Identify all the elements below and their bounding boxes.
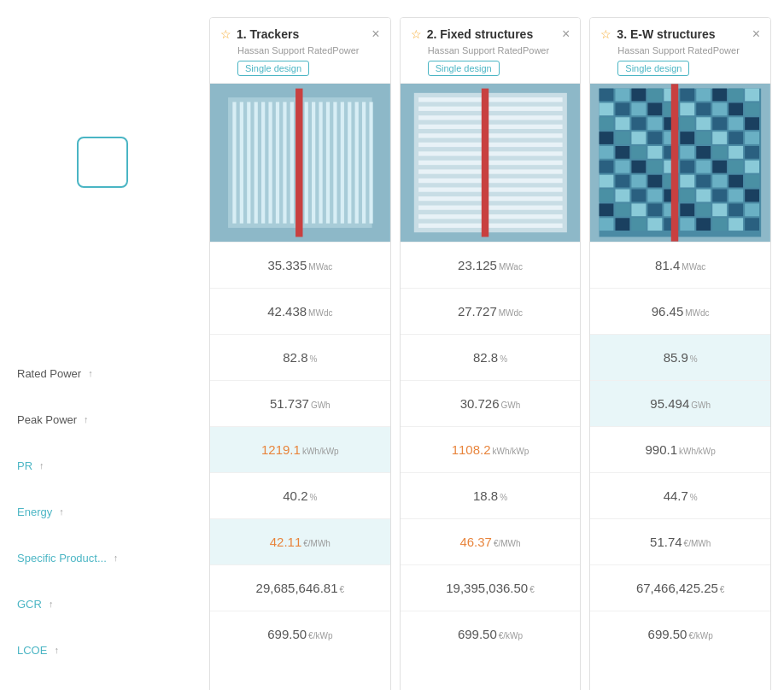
close-button-trackers[interactable]: × <box>372 26 379 42</box>
svg-rect-96 <box>648 161 663 173</box>
data-value-fixed-structures-6: 46.37 <box>459 535 492 549</box>
svg-rect-130 <box>713 203 728 216</box>
svg-rect-16 <box>333 102 336 223</box>
svg-rect-105 <box>632 175 647 188</box>
sort-arrow-pr[interactable]: ↑ <box>39 460 44 471</box>
svg-rect-34 <box>418 178 563 183</box>
star-icon-trackers[interactable]: ☆ <box>220 27 231 41</box>
svg-rect-40 <box>481 89 488 237</box>
svg-rect-70 <box>713 117 728 130</box>
svg-rect-2 <box>232 102 236 223</box>
design-column-fixed-structures: ☆2. Fixed structures×Hassan Support Rate… <box>400 17 582 690</box>
design-column-ew-structures: ☆3. E-W structures×Hassan Support RatedP… <box>589 17 771 690</box>
data-cell-trackers-8: 699.50€/kWp <box>267 627 332 641</box>
data-value-fixed-structures-7: 19,395,036.50 <box>446 581 528 595</box>
svg-rect-44 <box>616 89 630 102</box>
label-text-pr: PR <box>17 459 32 472</box>
svg-rect-126 <box>648 203 663 216</box>
svg-rect-18 <box>348 102 351 223</box>
sort-arrow-energy[interactable]: ↑ <box>59 506 64 517</box>
svg-rect-125 <box>632 203 647 216</box>
svg-rect-80 <box>713 132 728 144</box>
svg-rect-99 <box>697 161 711 173</box>
data-value-ew-structures-3: 95.494 <box>650 396 689 411</box>
svg-rect-25 <box>418 97 563 102</box>
data-cell-trackers-5: 40.2% <box>283 488 317 503</box>
label-text-gcr: GCR <box>17 598 42 611</box>
svg-rect-82 <box>746 132 760 144</box>
svg-rect-122 <box>746 190 760 202</box>
svg-rect-72 <box>746 117 760 130</box>
data-row-ew-structures-4: 990.1kWh/kWp <box>590 426 770 472</box>
single-design-badge-trackers[interactable]: Single design <box>237 61 309 76</box>
svg-rect-83 <box>600 146 614 159</box>
single-design-badge-ew-structures[interactable]: Single design <box>617 61 689 76</box>
sort-arrow-peak-power[interactable]: ↑ <box>84 414 89 424</box>
sort-arrow-rated-power[interactable]: ↑ <box>88 368 93 378</box>
data-cell-ew-structures-7: 67,466,425.25€ <box>636 581 725 595</box>
sort-arrow-specific-product[interactable]: ↑ <box>114 553 119 563</box>
data-unit-ew-structures-6: €/MWh <box>684 539 711 548</box>
data-row-fixed-structures-4: 1108.2kWh/kWp <box>401 426 581 472</box>
svg-rect-12 <box>305 102 308 223</box>
svg-rect-9 <box>283 102 286 223</box>
data-row-trackers-4: 1219.1kWh/kWp <box>210 426 390 472</box>
svg-rect-119 <box>697 190 711 202</box>
data-unit-fixed-structures-6: €/MWh <box>494 539 521 548</box>
svg-rect-20 <box>362 102 366 223</box>
star-icon-fixed-structures[interactable]: ☆ <box>411 27 422 41</box>
star-icon-ew-structures[interactable]: ☆ <box>600 27 611 41</box>
data-value-ew-structures-1: 96.45 <box>652 304 684 319</box>
svg-rect-101 <box>729 161 744 173</box>
data-unit-ew-structures-3: GWh <box>691 401 711 410</box>
data-unit-fixed-structures-7: € <box>529 585 535 594</box>
data-value-ew-structures-7: 67,466,425.25 <box>636 581 718 595</box>
data-unit-fixed-structures-2: % <box>500 354 507 364</box>
svg-rect-139 <box>697 218 711 231</box>
data-cell-trackers-1: 42.438MWdc <box>267 304 332 319</box>
svg-rect-35 <box>418 187 563 191</box>
data-row-fixed-structures-1: 27.727MWdc <box>401 288 581 334</box>
svg-rect-71 <box>729 117 744 130</box>
col-header-ew-structures: ☆3. E-W structures×Hassan Support RatedP… <box>590 18 770 84</box>
data-unit-fixed-structures-4: kWh/kWp <box>493 447 529 456</box>
data-cell-trackers-0: 35.335MWac <box>267 258 332 272</box>
add-design-button[interactable] <box>77 137 128 188</box>
svg-rect-115 <box>632 190 647 202</box>
single-design-badge-fixed-structures[interactable]: Single design <box>428 61 500 76</box>
svg-rect-55 <box>632 102 647 115</box>
data-cell-ew-structures-8: 699.50€/kWp <box>648 627 713 641</box>
svg-rect-27 <box>418 115 563 120</box>
svg-rect-129 <box>697 203 711 216</box>
close-button-fixed-structures[interactable]: × <box>562 26 570 42</box>
svg-rect-31 <box>418 151 563 155</box>
svg-rect-54 <box>616 102 630 115</box>
data-unit-trackers-2: % <box>309 354 317 364</box>
svg-rect-63 <box>600 117 614 130</box>
data-row-fixed-structures-8: 699.50€/kWp <box>401 611 581 657</box>
data-value-fixed-structures-1: 27.727 <box>458 304 497 319</box>
data-row-ew-structures-5: 44.7% <box>590 472 770 518</box>
close-button-ew-structures[interactable]: × <box>752 26 760 42</box>
data-unit-trackers-5: % <box>309 493 317 502</box>
data-cell-ew-structures-0: 81.4MWac <box>655 258 705 272</box>
svg-rect-136 <box>648 218 663 231</box>
data-unit-fixed-structures-1: MWdc <box>499 308 523 318</box>
sort-arrow-lcoe[interactable]: ↑ <box>54 645 59 655</box>
svg-rect-53 <box>600 102 614 115</box>
label-row-energy: Energy↑ <box>17 488 205 535</box>
svg-rect-95 <box>632 161 647 173</box>
svg-rect-135 <box>632 218 647 231</box>
svg-rect-56 <box>648 102 663 115</box>
svg-rect-132 <box>746 203 760 216</box>
svg-rect-59 <box>697 102 711 115</box>
sort-arrow-gcr[interactable]: ↑ <box>49 599 54 609</box>
svg-rect-121 <box>729 190 744 202</box>
svg-rect-140 <box>713 218 728 231</box>
label-text-lcoe: LCOE <box>17 644 47 657</box>
col-subtitle-ew-structures: Hassan Support RatedPower <box>617 45 760 56</box>
svg-rect-50 <box>713 89 728 102</box>
svg-rect-43 <box>600 89 614 102</box>
data-unit-ew-structures-2: % <box>690 354 698 364</box>
data-row-ew-structures-0: 81.4MWac <box>590 242 770 288</box>
